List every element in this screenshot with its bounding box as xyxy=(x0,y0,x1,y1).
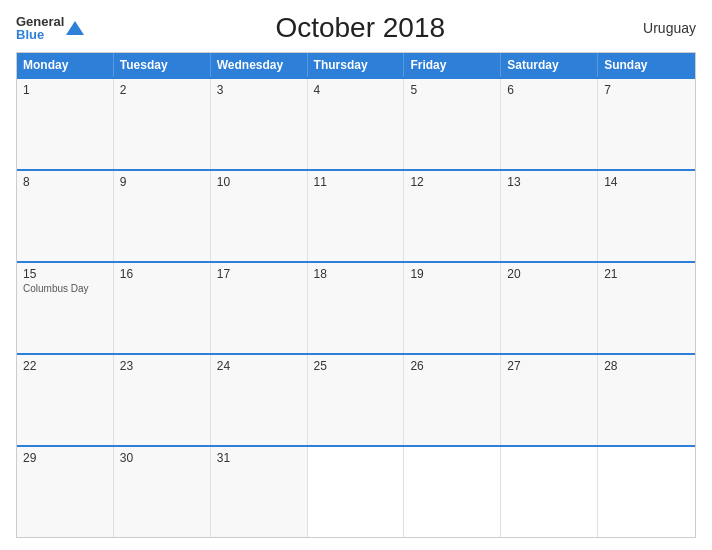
day-number: 27 xyxy=(507,359,591,373)
day-number: 1 xyxy=(23,83,107,97)
day-number: 20 xyxy=(507,267,591,281)
day-number: 8 xyxy=(23,175,107,189)
day-number: 17 xyxy=(217,267,301,281)
day-cell-w2-d7: 14 xyxy=(598,171,695,261)
holiday-label: Columbus Day xyxy=(23,283,107,294)
day-number: 14 xyxy=(604,175,689,189)
day-cell-w4-d1: 22 xyxy=(17,355,114,445)
logo-blue-text: Blue xyxy=(16,28,64,41)
day-cell-w4-d6: 27 xyxy=(501,355,598,445)
day-cell-w2-d2: 9 xyxy=(114,171,211,261)
day-cell-w1-d5: 5 xyxy=(404,79,501,169)
day-cell-w4-d5: 26 xyxy=(404,355,501,445)
day-number: 21 xyxy=(604,267,689,281)
calendar-container: General Blue October 2018 Uruguay Monday… xyxy=(0,0,712,550)
day-cell-w1-d7: 7 xyxy=(598,79,695,169)
header-thursday: Thursday xyxy=(308,53,405,77)
week-row-1: 1234567 xyxy=(17,77,695,169)
day-cell-w5-d4 xyxy=(308,447,405,537)
day-cell-w5-d2: 30 xyxy=(114,447,211,537)
day-number: 13 xyxy=(507,175,591,189)
day-cell-w2-d1: 8 xyxy=(17,171,114,261)
header-tuesday: Tuesday xyxy=(114,53,211,77)
day-number: 16 xyxy=(120,267,204,281)
logo: General Blue xyxy=(16,15,84,41)
day-cell-w3-d1: 15Columbus Day xyxy=(17,263,114,353)
day-number: 10 xyxy=(217,175,301,189)
day-number: 7 xyxy=(604,83,689,97)
week-row-2: 891011121314 xyxy=(17,169,695,261)
day-number: 29 xyxy=(23,451,107,465)
day-cell-w1-d1: 1 xyxy=(17,79,114,169)
day-cell-w5-d5 xyxy=(404,447,501,537)
day-number: 23 xyxy=(120,359,204,373)
day-number: 26 xyxy=(410,359,494,373)
day-cell-w2-d4: 11 xyxy=(308,171,405,261)
day-number: 19 xyxy=(410,267,494,281)
day-cell-w1-d4: 4 xyxy=(308,79,405,169)
day-cell-w3-d4: 18 xyxy=(308,263,405,353)
day-number: 15 xyxy=(23,267,107,281)
day-number: 3 xyxy=(217,83,301,97)
week-row-5: 293031 xyxy=(17,445,695,537)
day-number: 9 xyxy=(120,175,204,189)
day-cell-w3-d3: 17 xyxy=(211,263,308,353)
day-number: 12 xyxy=(410,175,494,189)
logo-icon xyxy=(66,19,84,37)
week-row-3: 15Columbus Day161718192021 xyxy=(17,261,695,353)
day-cell-w4-d3: 24 xyxy=(211,355,308,445)
day-cell-w3-d6: 20 xyxy=(501,263,598,353)
header-saturday: Saturday xyxy=(501,53,598,77)
day-number: 5 xyxy=(410,83,494,97)
header-wednesday: Wednesday xyxy=(211,53,308,77)
day-cell-w5-d3: 31 xyxy=(211,447,308,537)
header-friday: Friday xyxy=(404,53,501,77)
calendar-grid: Monday Tuesday Wednesday Thursday Friday… xyxy=(16,52,696,538)
day-cell-w4-d7: 28 xyxy=(598,355,695,445)
day-number: 28 xyxy=(604,359,689,373)
header-sunday: Sunday xyxy=(598,53,695,77)
day-number: 30 xyxy=(120,451,204,465)
day-cell-w2-d6: 13 xyxy=(501,171,598,261)
week-row-4: 22232425262728 xyxy=(17,353,695,445)
calendar-header: General Blue October 2018 Uruguay xyxy=(16,12,696,44)
day-number: 18 xyxy=(314,267,398,281)
month-title: October 2018 xyxy=(84,12,636,44)
day-cell-w3-d5: 19 xyxy=(404,263,501,353)
day-cell-w4-d4: 25 xyxy=(308,355,405,445)
day-number: 11 xyxy=(314,175,398,189)
day-cell-w5-d7 xyxy=(598,447,695,537)
day-number: 2 xyxy=(120,83,204,97)
day-cell-w3-d2: 16 xyxy=(114,263,211,353)
svg-marker-0 xyxy=(66,21,84,35)
day-number: 24 xyxy=(217,359,301,373)
day-number: 22 xyxy=(23,359,107,373)
country-label: Uruguay xyxy=(636,20,696,36)
weeks: 123456789101112131415Columbus Day1617181… xyxy=(17,77,695,537)
day-number: 25 xyxy=(314,359,398,373)
day-cell-w2-d3: 10 xyxy=(211,171,308,261)
day-headers: Monday Tuesday Wednesday Thursday Friday… xyxy=(17,53,695,77)
day-number: 4 xyxy=(314,83,398,97)
day-cell-w2-d5: 12 xyxy=(404,171,501,261)
day-cell-w5-d6 xyxy=(501,447,598,537)
day-cell-w1-d2: 2 xyxy=(114,79,211,169)
header-monday: Monday xyxy=(17,53,114,77)
day-cell-w5-d1: 29 xyxy=(17,447,114,537)
day-cell-w1-d3: 3 xyxy=(211,79,308,169)
day-number: 31 xyxy=(217,451,301,465)
day-cell-w1-d6: 6 xyxy=(501,79,598,169)
day-number: 6 xyxy=(507,83,591,97)
day-cell-w3-d7: 21 xyxy=(598,263,695,353)
day-cell-w4-d2: 23 xyxy=(114,355,211,445)
